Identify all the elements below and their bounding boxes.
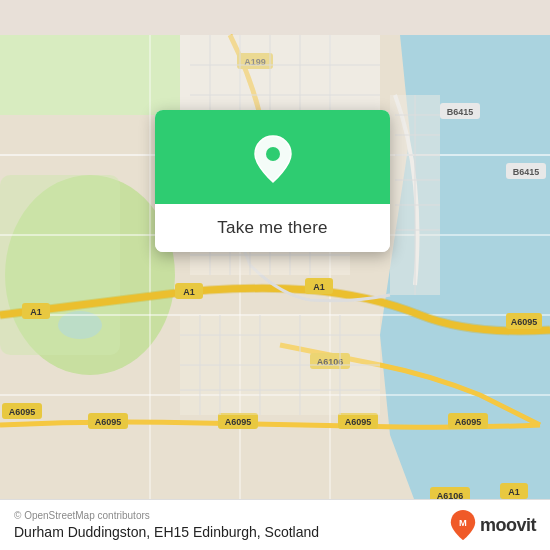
svg-rect-4 — [0, 175, 120, 355]
moovit-wordmark: moovit — [480, 515, 536, 536]
take-me-there-button[interactable]: Take me there — [155, 204, 390, 252]
moovit-logo: M moovit — [450, 510, 536, 540]
popup-card: Take me there — [155, 110, 390, 252]
svg-text:A6095: A6095 — [455, 417, 482, 427]
bottom-left-info: © OpenStreetMap contributors Durham Dudd… — [14, 510, 319, 540]
svg-text:A1: A1 — [313, 282, 325, 292]
attribution-text: © OpenStreetMap contributors — [14, 510, 319, 521]
map-background: A1 A1 A1 A199 A6106 A6106 A6095 A6095 A6… — [0, 0, 550, 550]
svg-text:A6095: A6095 — [95, 417, 122, 427]
svg-rect-5 — [0, 35, 200, 115]
svg-text:A1: A1 — [508, 487, 520, 497]
location-label: Durham Duddingston, EH15 Edinburgh, Scot… — [14, 524, 319, 540]
map-container: A1 A1 A1 A199 A6106 A6106 A6095 A6095 A6… — [0, 0, 550, 550]
svg-text:A1: A1 — [30, 307, 42, 317]
svg-text:A6095: A6095 — [511, 317, 538, 327]
popup-header — [155, 110, 390, 204]
svg-text:M: M — [459, 518, 467, 528]
svg-text:B6415: B6415 — [447, 107, 474, 117]
svg-text:A6095: A6095 — [345, 417, 372, 427]
bottom-bar: © OpenStreetMap contributors Durham Dudd… — [0, 499, 550, 550]
svg-text:A6095: A6095 — [225, 417, 252, 427]
svg-point-81 — [266, 147, 280, 161]
svg-text:A6095: A6095 — [9, 407, 36, 417]
svg-text:A1: A1 — [183, 287, 195, 297]
moovit-pin-icon: M — [450, 510, 476, 540]
location-pin-icon — [246, 132, 300, 186]
svg-text:B6415: B6415 — [513, 167, 540, 177]
